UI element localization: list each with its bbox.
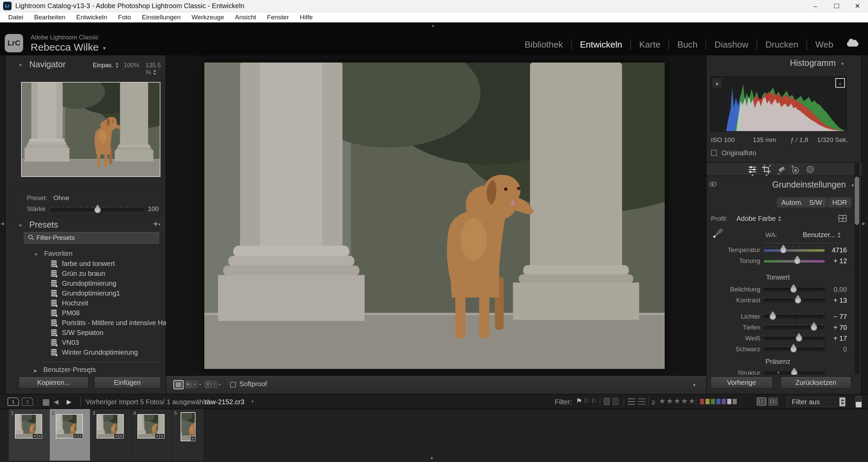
thumb-photo[interactable] [181,412,195,441]
auto-button[interactable]: Autom. [777,197,807,208]
unedited-photos-filter-icon[interactable] [768,397,778,406]
pick-back-icon[interactable] [613,398,618,405]
highlights-thumb[interactable] [769,313,776,320]
wb-spinner-icon[interactable] [837,232,841,238]
crop-badge-icon[interactable] [73,434,78,438]
edit-filter-icon[interactable] [628,398,635,405]
preset-item[interactable]: PM08 [51,308,80,318]
thumb-photo[interactable] [56,414,83,439]
menu-bearbeiten[interactable]: Bearbeiten [29,12,71,22]
settings-badge-icon[interactable] [78,434,83,438]
crop-badge-icon[interactable] [33,434,37,438]
highlights-slider[interactable] [764,315,825,318]
menu-fenster[interactable]: Fenster [261,12,294,22]
filter-switch-toggle[interactable] [855,396,862,408]
crop-badge-icon[interactable] [114,434,119,438]
preset-item[interactable]: S/W Sepiaton [51,328,103,337]
filter-preset-spinner-icon[interactable] [839,397,845,406]
cloud-sync-icon[interactable] [847,41,858,47]
settings-badge-icon[interactable] [191,437,195,441]
color-label-blue[interactable] [716,398,721,405]
before-after-toggle[interactable]: R A ▾ [185,381,201,388]
navigator-zoom-100[interactable]: 100% [124,62,139,69]
flag-unflagged-icon[interactable]: ⚐ [583,397,590,405]
navigator-preview[interactable] [21,82,160,177]
identity-user-name[interactable]: Rebecca Wilke [31,41,99,53]
toolbar-options-icon[interactable]: ▼ [692,383,696,388]
hdr-button[interactable]: HDR [828,197,852,208]
color-label-green[interactable] [711,398,715,405]
previous-photo-arrow[interactable]: ◀ [54,398,58,406]
color-label-white[interactable] [727,398,732,405]
amount-slider[interactable] [51,209,144,212]
highlight-clipping-indicator[interactable]: ▲ [835,78,845,88]
star-icon[interactable]: ★ [681,397,688,406]
preset-item[interactable]: VN03 [51,338,79,347]
pick-forward-icon[interactable] [604,398,610,405]
star-icon[interactable]: ★ [659,397,666,406]
minimize-button[interactable]: – [805,0,826,12]
filmstrip-source-caret-icon[interactable]: ▾ [252,399,254,404]
edit-sliders-tool-icon[interactable] [747,164,758,175]
presets-collapse-icon[interactable]: ▼ [18,223,22,228]
filmstrip-source[interactable]: Vorheriger Import [86,398,138,406]
filmstrip-filename[interactable]: raw-2152.cr3 [205,398,244,406]
preset-search-box[interactable] [24,232,159,244]
filmstrip-thumbnail-3[interactable]: 3 [90,409,131,461]
flag-pick-icon[interactable]: ⚑ [576,397,582,405]
star-icon[interactable]: ★ [674,397,680,406]
menu-werkzeuge[interactable]: Werkzeuge [186,12,229,22]
filmstrip-thumbnail-1[interactable]: 1 [9,409,50,461]
module-buch[interactable]: Buch [669,39,706,50]
left-panel-scroll-more-icon[interactable]: ▼ [88,371,91,375]
exposure-slider[interactable] [764,288,825,291]
module-drucken[interactable]: Drucken [757,39,807,50]
menu-entwickeln[interactable]: Entwickeln [71,12,113,22]
healing-remove-tool-icon[interactable] [777,164,787,175]
color-label-gray[interactable] [732,398,737,405]
close-button[interactable]: ✕ [847,0,868,12]
copy-settings-button[interactable]: Kopieren... [19,377,88,388]
favorites-group[interactable]: ▼Favoriten [34,250,72,257]
navigator-zoom-135[interactable]: 135.5 % [146,62,166,76]
shadows-thumb[interactable] [811,324,817,331]
contrast-slider[interactable] [764,299,825,302]
module-web[interactable]: Web [807,39,841,50]
filter-preset-dropdown[interactable]: Filter aus [786,397,846,407]
main-photo[interactable] [204,63,665,369]
next-photo-arrow[interactable]: ▶ [67,398,71,406]
fit-spinner-icon[interactable] [115,62,119,68]
menu-einstellungen[interactable]: Einstellungen [136,12,186,22]
maximize-button[interactable] [826,0,847,12]
thumb-photo[interactable] [97,414,124,439]
scrollbar-thumb[interactable] [855,177,859,225]
collapse-left-arrow[interactable]: ◀ [1,221,4,226]
star-rating-filter[interactable]: ★ ★ ★ ★ ★ [659,397,696,406]
tint-slider[interactable] [764,260,825,263]
filmstrip-thumbnail-2-selected[interactable]: 2 [50,409,90,461]
right-panel-collapse-rail[interactable]: ▶ [861,55,868,394]
shadow-clipping-indicator[interactable]: ▲ [712,78,722,88]
blacks-slider[interactable] [764,348,825,351]
preset-item[interactable]: Grün zu braun [51,269,105,278]
paste-settings-button[interactable]: Einfügen [94,377,160,388]
rating-gte-icon[interactable]: ≥ [651,398,655,406]
texture-thumb[interactable] [791,370,798,375]
settings-badge-icon[interactable] [37,434,42,438]
before-after-caret-icon[interactable]: ▾ [199,383,201,386]
filmstrip-thumbnail-5[interactable]: 5 [172,409,204,461]
filmstrip-thumbnail-4[interactable]: 4 [131,409,172,461]
edited-photos-filter-icon[interactable] [757,397,766,406]
profile-browser-icon[interactable] [838,215,847,222]
preset-item[interactable]: Grundoptimierung1 [51,288,120,298]
loupe-view-icon[interactable] [173,380,184,389]
softproof-checkbox[interactable] [230,382,236,388]
crop-tool-icon[interactable] [761,164,771,175]
user-presets-group[interactable]: ▶Benutzer-Presets [34,366,96,374]
main-window-icon[interactable]: 1 [7,397,19,406]
preset-item[interactable]: Grundoptimierung [51,279,116,288]
collapse-top-panel-arrow[interactable]: ▲ [431,23,435,28]
collapse-bottom-panel-arrow[interactable]: ▼ [430,456,434,461]
thumb-photo[interactable] [15,414,42,439]
temperature-slider[interactable] [764,249,825,252]
